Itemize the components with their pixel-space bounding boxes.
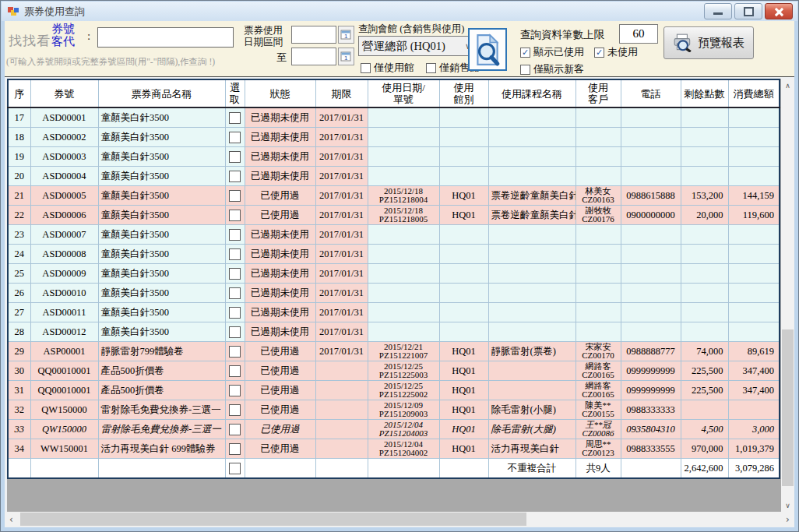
cell-status: 已使用過	[245, 186, 315, 206]
row-checkbox[interactable]	[229, 190, 241, 202]
cell-course: 票卷逆齡童顏美白針	[488, 186, 575, 206]
row-checkbox[interactable]	[229, 112, 241, 124]
cell-branch: HQ01	[439, 361, 488, 381]
cell-status: 已過期未使用	[245, 128, 315, 147]
summary-cell-phone	[621, 459, 681, 479]
summary-cell-check	[225, 459, 245, 479]
voucher-or-customer-link[interactable]: 券號 客代	[51, 23, 75, 48]
cell-total	[728, 107, 780, 128]
horizontal-scrollbar[interactable]: ‹ ›	[5, 512, 794, 527]
scroll-left-icon[interactable]: ‹	[5, 512, 18, 527]
preview-report-button[interactable]: 預覽報表	[663, 26, 754, 59]
cell-expiry: 2017/01/31	[315, 284, 368, 303]
cell-product: 童顏美白針3500	[98, 322, 225, 342]
cell-branch	[439, 245, 488, 264]
row-checkbox[interactable]	[229, 385, 241, 396]
row-checkbox[interactable]	[229, 404, 241, 416]
cell-phone	[621, 284, 681, 303]
row-checkbox[interactable]	[229, 326, 241, 338]
cell-use	[368, 245, 439, 264]
cell-status: 已過期未使用	[245, 264, 315, 284]
cell-seq: 30	[8, 361, 30, 381]
cell-total	[728, 128, 780, 147]
checkbox-new-customers-only[interactable]: 僅顯示新客	[520, 62, 584, 76]
row-checkbox[interactable]	[229, 171, 241, 182]
date-from-picker-button[interactable]: 1	[338, 26, 354, 44]
cell-expiry: 2017/01/31	[315, 107, 368, 128]
cell-customer	[575, 167, 621, 186]
cell-product: 雷射除毛免費兌換券-三選一	[98, 400, 225, 420]
date-from-input[interactable]	[291, 26, 336, 44]
checkbox-use-branch-only[interactable]: 僅使用館	[361, 61, 414, 75]
date-to-input[interactable]	[291, 48, 336, 65]
cell-status: 已使用過	[245, 439, 315, 459]
col-header-status: 狀態	[245, 79, 315, 107]
row-checkbox[interactable]	[229, 307, 241, 319]
maximize-button[interactable]	[734, 3, 762, 19]
voucher-search-input[interactable]	[97, 27, 234, 48]
cell-branch: HQ01	[439, 342, 488, 361]
cell-branch	[439, 284, 488, 303]
scroll-right-icon[interactable]: ›	[781, 512, 794, 527]
row-checkbox[interactable]	[229, 132, 241, 143]
cell-seq: 20	[8, 167, 30, 186]
table-row: 31QQ00010001產品500折價卷已使用過2015/12/25PZ1512…	[8, 381, 780, 400]
cell-points	[681, 107, 728, 128]
vertical-scrollbar[interactable]: ∧ ∨	[781, 79, 794, 512]
table-row: 27ASD00011童顏美白針3500已過期未使用2017/01/31	[8, 303, 780, 322]
row-checkbox[interactable]	[229, 287, 241, 299]
cell-seq: 29	[8, 342, 30, 361]
cell-check	[225, 245, 245, 264]
venue-select[interactable]: 營運總部 (HQ01) ∨	[358, 36, 475, 56]
cell-customer: 王**冠CZ00086	[575, 420, 621, 439]
row-checkbox[interactable]	[229, 463, 241, 474]
table-row: 25ASD00009童顏美白針3500已過期未使用2017/01/31	[8, 264, 780, 284]
row-checkbox[interactable]	[229, 151, 241, 163]
query-button[interactable]	[468, 28, 507, 71]
table-row: 33QW150000雷射除毛免費兌換券-三選一已使用過2015/12/04PZ1…	[8, 420, 780, 439]
checkbox-show-used[interactable]: ✓ 顯示已使用	[520, 45, 584, 59]
cell-phone	[621, 303, 681, 322]
row-checkbox[interactable]	[229, 346, 241, 358]
cell-course	[488, 381, 575, 400]
vertical-scroll-thumb[interactable]	[782, 329, 794, 485]
summary-cell-seq	[8, 459, 30, 479]
row-checkbox[interactable]	[229, 248, 241, 260]
cell-seq: 19	[8, 147, 30, 167]
row-checkbox[interactable]	[229, 443, 241, 455]
checkbox-unused[interactable]: ✓ 未使用	[594, 45, 638, 59]
cell-course	[488, 107, 575, 128]
col-header-customer: 使用客戶	[575, 79, 621, 107]
cell-expiry: 2017/01/31	[315, 303, 368, 322]
cell-customer	[575, 245, 621, 264]
cell-branch: HQ01	[439, 439, 488, 459]
row-checkbox[interactable]	[229, 229, 241, 241]
horizontal-scroll-thumb[interactable]	[20, 513, 526, 526]
cell-total	[728, 264, 780, 284]
row-checkbox[interactable]	[229, 365, 241, 377]
cell-phone	[621, 264, 681, 284]
limit-input[interactable]	[619, 24, 658, 44]
date-to-picker-button[interactable]: 1	[338, 48, 354, 65]
close-button[interactable]	[765, 3, 793, 19]
cell-branch: HQ01	[439, 186, 488, 206]
cell-points: 153,200	[681, 186, 728, 206]
cell-product: 產品500折價卷	[98, 361, 225, 381]
cell-points	[681, 264, 728, 284]
cell-voucher: ASD00005	[30, 186, 98, 206]
scroll-up-icon[interactable]: ∧	[781, 79, 794, 92]
minimize-button[interactable]	[704, 3, 732, 19]
cell-customer	[575, 322, 621, 342]
cell-expiry: 2017/01/31	[315, 206, 368, 225]
cell-points	[681, 303, 728, 322]
col-header-use: 使用日期/單號	[368, 79, 439, 107]
cell-points	[681, 147, 728, 167]
cell-phone: 0988333333	[621, 400, 681, 420]
results-table: 序券號票券商品名稱選取狀態期限使用日期/單號使用館別使用課程名稱使用客戶電話剩餘…	[7, 79, 780, 479]
row-checkbox[interactable]	[229, 210, 241, 221]
scroll-down-icon[interactable]: ∨	[781, 499, 794, 512]
row-checkbox[interactable]	[229, 268, 241, 280]
table-row: 20ASD00004童顏美白針3500已過期未使用2017/01/31	[8, 167, 780, 186]
cell-use: 2015/12/21PZ151221007	[368, 342, 439, 361]
row-checkbox[interactable]	[229, 424, 241, 435]
